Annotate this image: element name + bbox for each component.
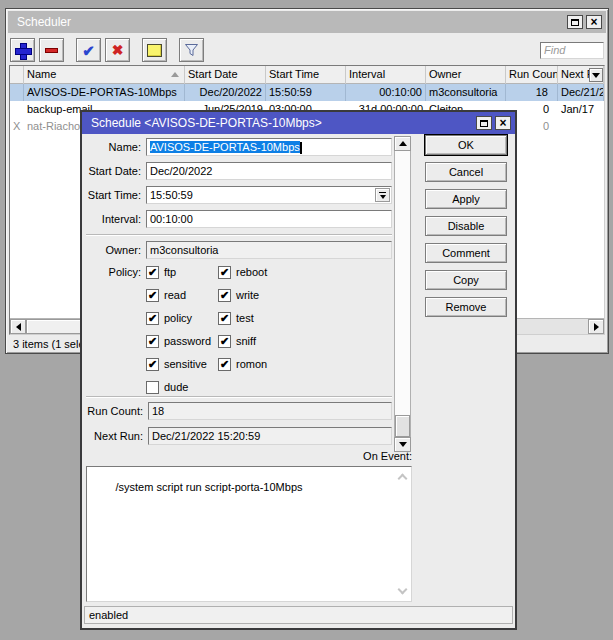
triangle-down-icon (399, 442, 407, 447)
policy-checkbox-write[interactable]: ✔write (218, 288, 267, 302)
checkbox-icon[interactable]: ✔ (218, 266, 231, 279)
header-owner[interactable]: Owner (426, 66, 506, 84)
checkbox-icon[interactable]: ✔ (146, 266, 159, 279)
start-date-input[interactable]: Dec/20/2022 (146, 162, 392, 180)
toolbar: ✔ ✖ (6, 35, 608, 65)
dialog-close-button[interactable]: × (495, 116, 511, 130)
policy-checkbox-ftp[interactable]: ✔ftp (146, 265, 218, 279)
remove-button[interactable]: Remove (425, 297, 507, 317)
header-name[interactable]: Name (24, 66, 185, 84)
triangle-left-icon (16, 323, 21, 331)
schedule-form: Name: AVISOS-DE-PORTAS-10Mbps Start Date… (86, 138, 392, 602)
start-time-input[interactable]: 15:50:59 (146, 186, 392, 204)
remove-button[interactable] (39, 38, 64, 62)
find-input[interactable] (540, 42, 604, 59)
maximize-icon (480, 120, 488, 127)
text-caret (300, 142, 302, 154)
owner-label: Owner: (86, 244, 146, 256)
checkbox-icon[interactable]: ✔ (218, 335, 231, 348)
checkbox-label: romon (231, 358, 267, 370)
next-run-field: Dec/21/2022 15:20:59 (148, 427, 392, 445)
ok-button[interactable]: OK (425, 135, 507, 155)
apply-button[interactable]: Apply (425, 189, 507, 209)
policy-checkbox-sniff[interactable]: ✔sniff (218, 334, 267, 348)
scheduler-titlebar[interactable]: Scheduler × (8, 11, 606, 33)
checkbox-icon[interactable]: ✔ (146, 312, 159, 325)
form-scrollbar[interactable] (394, 136, 411, 452)
checkbox-label: sniff (231, 335, 256, 347)
on-event-editor[interactable]: /system script run script-porta-10Mbps (86, 466, 412, 602)
header-run-count[interactable]: Run Count (506, 66, 558, 84)
name-input[interactable]: AVISOS-DE-PORTAS-10Mbps (146, 138, 392, 156)
checkbox-icon[interactable]: ✔ (218, 312, 231, 325)
policy-checkbox-dude[interactable]: dude (146, 380, 218, 394)
scroll-left-button[interactable] (10, 319, 26, 334)
header-start-date[interactable]: Start Date (185, 66, 266, 84)
column-chooser-button[interactable] (589, 68, 603, 82)
checkbox-icon[interactable] (146, 381, 159, 394)
checkbox-icon[interactable]: ✔ (218, 358, 231, 371)
start-time-label: Start Time: (86, 189, 146, 201)
time-dropdown-button[interactable] (375, 188, 390, 202)
run-count-label: Run Count: (86, 405, 148, 417)
schedule-dialog: Schedule <AVISOS-DE-PORTAS-10Mbps> × Nam… (80, 110, 517, 630)
maximize-button[interactable] (567, 15, 583, 29)
separator (86, 234, 392, 236)
table-cell: Dec/20/2022 (185, 84, 266, 101)
table-cell: X (10, 118, 24, 135)
policy-checkbox-password[interactable]: ✔password (146, 334, 218, 348)
start-date-label: Start Date: (86, 165, 146, 177)
disable-button[interactable]: ✖ (105, 38, 130, 62)
on-event-script: /system script run script-porta-10Mbps (115, 481, 302, 493)
header-interval[interactable]: Interval (346, 66, 426, 84)
scrollbar-track[interactable] (394, 151, 411, 437)
copy-button[interactable]: Copy (425, 270, 507, 290)
checkbox-icon[interactable]: ✔ (146, 358, 159, 371)
policy-checkbox-read[interactable]: ✔read (146, 288, 218, 302)
interval-input[interactable]: 00:10:00 (146, 210, 392, 228)
note-icon (147, 44, 162, 57)
next-run-row: Next Run: Dec/21/2022 15:20:59 (86, 427, 392, 445)
maximize-icon (571, 19, 579, 26)
scroll-up-button[interactable] (394, 136, 411, 151)
dialog-maximize-button[interactable] (476, 116, 492, 130)
next-run-label: Next Run: (86, 430, 148, 442)
checkbox-icon[interactable]: ✔ (218, 289, 231, 302)
policy-checkbox-romon[interactable]: ✔romon (218, 357, 267, 371)
bar-icon (379, 192, 386, 193)
checkbox-label: test (231, 312, 254, 324)
enable-button[interactable]: ✔ (76, 38, 101, 62)
disable-button[interactable]: Disable (425, 216, 507, 236)
policy-checkbox-reboot[interactable]: ✔reboot (218, 265, 267, 279)
scroll-right-button[interactable] (588, 319, 604, 334)
name-label: Name: (86, 141, 146, 153)
cancel-button[interactable]: Cancel (425, 162, 507, 182)
table-row[interactable]: AVISOS-DE-PORTAS-10MbpsDec/20/202215:50:… (10, 84, 604, 101)
header-start-time[interactable]: Start Time (266, 66, 346, 84)
add-button[interactable] (10, 38, 35, 62)
scroll-down-button[interactable] (394, 437, 411, 452)
policy-checkbox-sensitive[interactable]: ✔sensitive (146, 357, 218, 371)
scrollbar-thumb[interactable] (395, 415, 410, 437)
table-cell: 18 (506, 84, 558, 101)
policy-checkbox-policy[interactable]: ✔policy (146, 311, 218, 325)
table-header[interactable]: Name Start Date Start Time Interval Owne… (10, 66, 604, 84)
header-flag[interactable] (10, 66, 24, 84)
run-count-row: Run Count: 18 (86, 402, 392, 420)
comment-button[interactable] (142, 38, 167, 62)
close-button[interactable]: × (586, 15, 602, 29)
table-cell: 00:10:00 (346, 84, 426, 101)
owner-field: m3consultoria (146, 241, 392, 259)
filter-button[interactable] (179, 38, 204, 62)
checkbox-icon[interactable]: ✔ (146, 335, 159, 348)
checkbox-label: dude (159, 381, 188, 393)
cross-icon: ✖ (112, 43, 124, 57)
checkbox-icon[interactable]: ✔ (146, 289, 159, 302)
checkbox-label: policy (159, 312, 192, 324)
policy-checkbox-test[interactable]: ✔test (218, 311, 267, 325)
start-time-row: Start Time: 15:50:59 (86, 186, 392, 204)
dialog-titlebar[interactable]: Schedule <AVISOS-DE-PORTAS-10Mbps> × (82, 112, 515, 134)
policy-block: Policy: ✔ftp✔reboot✔read✔write✔policy✔te… (86, 265, 392, 394)
chevron-down-icon (592, 73, 600, 78)
comment-button[interactable]: Comment (425, 243, 507, 263)
